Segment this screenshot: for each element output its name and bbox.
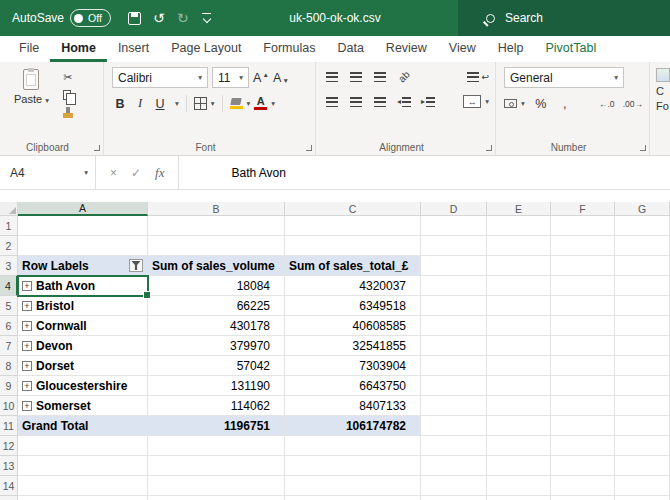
cell-D11[interactable] — [421, 416, 487, 436]
tab-view[interactable]: View — [438, 36, 487, 62]
tab-home[interactable]: Home — [50, 36, 107, 62]
cell-D15[interactable] — [421, 496, 487, 500]
row-header-15[interactable]: 15 — [0, 496, 18, 500]
copy-icon[interactable] — [63, 90, 71, 100]
cell-E7[interactable] — [487, 336, 551, 356]
cell-B1[interactable] — [148, 216, 285, 236]
comma-style-button[interactable]: , — [557, 94, 573, 113]
row-header-6[interactable]: 6 — [0, 316, 18, 336]
cell-A14[interactable] — [18, 476, 148, 496]
cell-G2[interactable] — [615, 236, 670, 256]
cell-B5[interactable]: 66225 — [148, 296, 285, 316]
row-header-9[interactable]: 9 — [0, 376, 18, 396]
cell-G5[interactable] — [615, 296, 670, 316]
cell-B10[interactable]: 114062 — [148, 396, 285, 416]
underline-dropdown-icon[interactable]: ▾ — [175, 99, 179, 108]
increase-decimal-button[interactable]: ←.0 — [599, 94, 615, 113]
cell-F14[interactable] — [551, 476, 615, 496]
cell-C15[interactable] — [285, 496, 421, 500]
cell-B7[interactable]: 379970 — [148, 336, 285, 356]
decrease-decimal-button[interactable]: .00→ — [623, 94, 643, 113]
column-header-G[interactable]: G — [615, 202, 670, 216]
font-name-select[interactable]: Calibri▾ — [112, 67, 208, 88]
row-header-10[interactable]: 10 — [0, 396, 18, 416]
tab-file[interactable]: File — [8, 36, 50, 62]
name-box[interactable]: A4▾ — [0, 156, 96, 189]
top-align-button[interactable] — [324, 67, 340, 86]
cell-B14[interactable] — [148, 476, 285, 496]
cell-D1[interactable] — [421, 216, 487, 236]
cell-C6[interactable]: 40608585 — [285, 316, 421, 336]
cell-A12[interactable] — [18, 436, 148, 456]
expand-icon[interactable]: + — [22, 381, 32, 391]
row-header-13[interactable]: 13 — [0, 456, 18, 476]
tab-help[interactable]: Help — [487, 36, 535, 62]
cell-E15[interactable] — [487, 496, 551, 500]
expand-icon[interactable]: + — [22, 341, 32, 351]
insert-function-icon[interactable]: fx — [155, 165, 164, 181]
cell-F9[interactable] — [551, 376, 615, 396]
cell-E6[interactable] — [487, 316, 551, 336]
alignment-dialog-launcher[interactable] — [486, 145, 492, 151]
row-header-5[interactable]: 5 — [0, 296, 18, 316]
cell-D14[interactable] — [421, 476, 487, 496]
cell-F5[interactable] — [551, 296, 615, 316]
tab-formulas[interactable]: Formulas — [252, 36, 326, 62]
row-header-14[interactable]: 14 — [0, 476, 18, 496]
cell-G13[interactable] — [615, 456, 670, 476]
cell-G3[interactable] — [615, 256, 670, 276]
row-header-12[interactable]: 12 — [0, 436, 18, 456]
undo-button[interactable]: ↺ — [147, 7, 171, 29]
cell-F1[interactable] — [551, 216, 615, 236]
cell-C8[interactable]: 7303904 — [285, 356, 421, 376]
cell-B15[interactable] — [148, 496, 285, 500]
cell-F8[interactable] — [551, 356, 615, 376]
cell-G4[interactable] — [615, 276, 670, 296]
row-header-8[interactable]: 8 — [0, 356, 18, 376]
column-header-E[interactable]: E — [487, 202, 551, 216]
cell-D13[interactable] — [421, 456, 487, 476]
column-header-C[interactable]: C — [285, 202, 421, 216]
number-format-select[interactable]: General▾ — [504, 67, 624, 88]
cell-C14[interactable] — [285, 476, 421, 496]
merge-center-button[interactable]: ↔▾ — [463, 92, 489, 111]
cell-G11[interactable] — [615, 416, 670, 436]
cell-D7[interactable] — [421, 336, 487, 356]
cell-F15[interactable] — [551, 496, 615, 500]
cell-G1[interactable] — [615, 216, 670, 236]
cell-B12[interactable] — [148, 436, 285, 456]
search-box[interactable]: Search — [458, 0, 670, 36]
formula-input[interactable]: Bath Avon — [179, 156, 670, 189]
cell-B11[interactable]: 1196751 — [148, 416, 285, 436]
cell-E5[interactable] — [487, 296, 551, 316]
number-dialog-launcher[interactable] — [640, 145, 646, 151]
cell-A15[interactable] — [18, 496, 148, 500]
row-header-11[interactable]: 11 — [0, 416, 18, 436]
middle-align-button[interactable] — [348, 67, 364, 86]
expand-icon[interactable]: + — [22, 281, 32, 291]
bold-button[interactable]: B — [112, 94, 128, 113]
cell-E1[interactable] — [487, 216, 551, 236]
cell-D2[interactable] — [421, 236, 487, 256]
cell-C2[interactable] — [285, 236, 421, 256]
tab-page-layout[interactable]: Page Layout — [160, 36, 252, 62]
cell-D10[interactable] — [421, 396, 487, 416]
row-header-7[interactable]: 7 — [0, 336, 18, 356]
decrease-font-size-button[interactable]: A▼ — [273, 68, 289, 87]
column-header-F[interactable]: F — [551, 202, 615, 216]
align-center-button[interactable] — [348, 92, 364, 111]
decrease-indent-button[interactable]: ◂ — [396, 92, 412, 111]
cell-A9[interactable]: +Gloucestershire — [18, 376, 148, 396]
align-left-button[interactable] — [324, 92, 340, 111]
autosave-switch[interactable]: Off — [70, 9, 111, 27]
cell-A8[interactable]: +Dorset — [18, 356, 148, 376]
percent-style-button[interactable]: % — [533, 94, 549, 113]
cell-F12[interactable] — [551, 436, 615, 456]
cell-D5[interactable] — [421, 296, 487, 316]
paste-button[interactable]: Paste▾ — [8, 67, 55, 113]
font-dialog-launcher[interactable] — [306, 145, 312, 151]
cell-G12[interactable] — [615, 436, 670, 456]
cell-A1[interactable] — [18, 216, 148, 236]
cell-C12[interactable] — [285, 436, 421, 456]
cell-B9[interactable]: 131190 — [148, 376, 285, 396]
